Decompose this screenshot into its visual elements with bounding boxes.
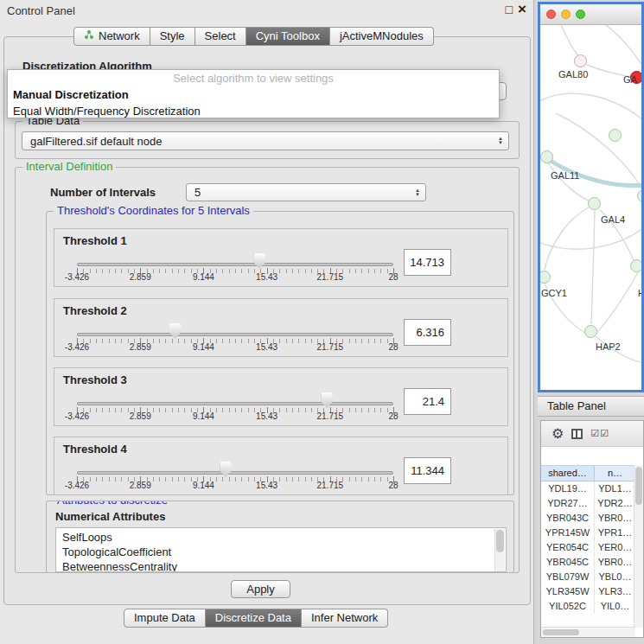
scrollbar-thumb[interactable] <box>543 629 579 635</box>
table-row[interactable]: YLR345W YLR3… <box>541 584 635 599</box>
slider-track[interactable] <box>77 471 393 475</box>
attribute-list-item[interactable]: BetweennessCentrality <box>62 559 506 572</box>
threshold-label: Threshold 4 <box>63 443 127 456</box>
number-of-intervals-combobox[interactable]: 5 ▲▼ <box>186 183 426 201</box>
table-toolbar: ⚙ ☑☑ <box>541 421 643 447</box>
table-cell-name[interactable]: YDR2… <box>595 496 635 511</box>
dropdown-hint-item[interactable]: Select algorithm to view settings <box>8 70 499 86</box>
tab-style[interactable]: Style <box>150 27 195 46</box>
slider-thumb[interactable] <box>220 462 232 477</box>
scale-label: 28 <box>388 342 398 352</box>
gear-icon[interactable]: ⚙ <box>552 425 564 442</box>
attribute-list-item[interactable]: TopologicalCoefficient <box>62 545 506 559</box>
table-row[interactable]: YDR27… YDR2… <box>541 496 635 511</box>
table-cell-shared-name[interactable]: YBR045C <box>541 555 595 570</box>
tab-cyni-toolbox[interactable]: Cyni Toolbox <box>246 27 330 46</box>
table-cell-name[interactable]: YPR1… <box>595 526 635 540</box>
scale-label: -3.426 <box>65 411 89 421</box>
scrollbar-thumb[interactable] <box>496 530 504 552</box>
table-row[interactable]: YPR145W YPR1… <box>541 526 635 540</box>
column-header-shared-name[interactable]: shared… <box>541 466 595 481</box>
slider-thumb[interactable] <box>322 392 333 408</box>
network-node[interactable] <box>584 325 597 338</box>
threshold-value-box[interactable]: 21.4 <box>404 388 451 415</box>
attribute-list-item[interactable]: SelfLoops <box>62 530 506 545</box>
thresholds-group: Threshold's Coordinates for 5 Intervals … <box>46 211 514 495</box>
threshold-panel: Threshold 2 -3.4262.8599.14415.4321.7152… <box>54 298 508 357</box>
network-node[interactable] <box>540 150 553 163</box>
slider-track[interactable] <box>77 263 393 266</box>
tab-label: Cyni Toolbox <box>256 28 320 45</box>
tab-infer-network[interactable]: Infer Network <box>302 609 388 628</box>
network-node[interactable] <box>588 197 601 210</box>
network-node[interactable] <box>540 271 551 284</box>
table-row[interactable]: YDL19… YDL1… <box>541 481 635 496</box>
table-cell-shared-name[interactable]: YPR145W <box>541 526 595 540</box>
network-canvas[interactable]: GAL80GAGAL11GAL4GCY1HAP2H <box>540 25 641 389</box>
table-vertical-scrollbar[interactable] <box>634 465 643 628</box>
network-node[interactable] <box>630 259 642 272</box>
columns-icon[interactable] <box>571 429 583 439</box>
tab-label: jActiveMNodules <box>340 28 424 45</box>
control-panel-window: Control Panel □ × Network Style Select C… <box>0 0 534 644</box>
table-row[interactable]: YIL052C YIL0… <box>541 599 635 614</box>
threshold-value-box[interactable]: 11.344 <box>404 457 451 484</box>
scale-label: 28 <box>388 481 398 490</box>
table-row[interactable]: YBR045C YBR0… <box>541 555 635 570</box>
table-cell-name[interactable]: YBR0… <box>595 555 635 570</box>
network-node-label: HAP2 <box>596 341 621 352</box>
scrollbar-thumb[interactable] <box>635 467 642 505</box>
table-data-combobox[interactable]: galFiltered.sif default node ▲▼ <box>22 131 509 150</box>
table-cell-shared-name[interactable]: YER054C <box>541 540 595 555</box>
tab-label: Impute Data <box>134 609 195 627</box>
list-scrollbar[interactable] <box>494 529 505 572</box>
table-cell-name[interactable]: YBL0… <box>595 570 635 584</box>
threshold-value-box[interactable]: 6.316 <box>404 319 451 346</box>
table-cell-shared-name[interactable]: YLR345W <box>541 584 595 599</box>
float-window-icon[interactable]: □ <box>506 3 513 16</box>
dropdown-option-equal-width[interactable]: Equal Width/Frequency Discretization <box>8 103 499 119</box>
slider-thumb[interactable] <box>254 253 265 269</box>
scale-label: 15.43 <box>256 342 277 352</box>
slider-track[interactable] <box>77 402 393 405</box>
tab-network[interactable]: Network <box>73 27 150 46</box>
tab-select[interactable]: Select <box>195 27 246 46</box>
column-header-name[interactable]: n… <box>595 466 635 481</box>
table-cell-shared-name[interactable]: YBR043C <box>541 511 595 526</box>
zoom-traffic-light-icon[interactable] <box>576 10 585 19</box>
select-columns-icon[interactable]: ☑☑ <box>590 428 609 439</box>
table-cell-shared-name[interactable]: YDR27… <box>541 496 595 511</box>
apply-button[interactable]: Apply <box>231 580 290 598</box>
table-cell-shared-name[interactable]: YIL052C <box>541 599 595 614</box>
network-node[interactable] <box>574 54 587 67</box>
tab-label: Select <box>205 28 236 45</box>
tab-impute-data[interactable]: Impute Data <box>124 609 206 628</box>
tab-discretize-data[interactable]: Discretize Data <box>206 609 302 628</box>
dropdown-option-manual[interactable]: Manual Discretization <box>8 86 499 103</box>
table-header-row: shared… n… <box>541 465 635 481</box>
table-cell-shared-name[interactable]: YDL19… <box>541 481 595 496</box>
numerical-attributes-list[interactable]: SelfLoopsTopologicalCoefficientBetweenne… <box>55 527 507 572</box>
close-traffic-light-icon[interactable] <box>546 10 556 19</box>
table-cell-shared-name[interactable]: YBL079W <box>541 570 595 584</box>
network-node-label: GA <box>623 74 637 85</box>
slider-track[interactable] <box>77 333 393 336</box>
threshold-value-box[interactable]: 14.713 <box>404 249 451 276</box>
table-row[interactable]: YBL079W YBL0… <box>541 570 635 584</box>
network-node[interactable] <box>609 129 622 142</box>
slider-ticks <box>77 269 394 273</box>
threshold-panel: Threshold 1 -3.4262.8599.14415.4321.7152… <box>54 228 508 287</box>
table-horizontal-scrollbar[interactable] <box>541 627 635 637</box>
control-panel-titlebar: Control Panel □ × <box>0 0 533 22</box>
table-cell-name[interactable]: YBR0… <box>595 511 635 526</box>
minimize-traffic-light-icon[interactable] <box>561 10 571 19</box>
close-icon[interactable]: × <box>518 3 526 16</box>
table-cell-name[interactable]: YER0… <box>595 540 635 555</box>
table-cell-name[interactable]: YIL0… <box>595 599 635 614</box>
slider-thumb[interactable] <box>169 323 181 339</box>
table-cell-name[interactable]: YDL1… <box>595 481 635 496</box>
table-row[interactable]: YER054C YER0… <box>541 540 635 555</box>
tab-jactivemnodules[interactable]: jActiveMNodules <box>330 27 434 46</box>
table-row[interactable]: YBR043C YBR0… <box>541 511 635 526</box>
table-cell-name[interactable]: YLR3… <box>595 584 635 599</box>
